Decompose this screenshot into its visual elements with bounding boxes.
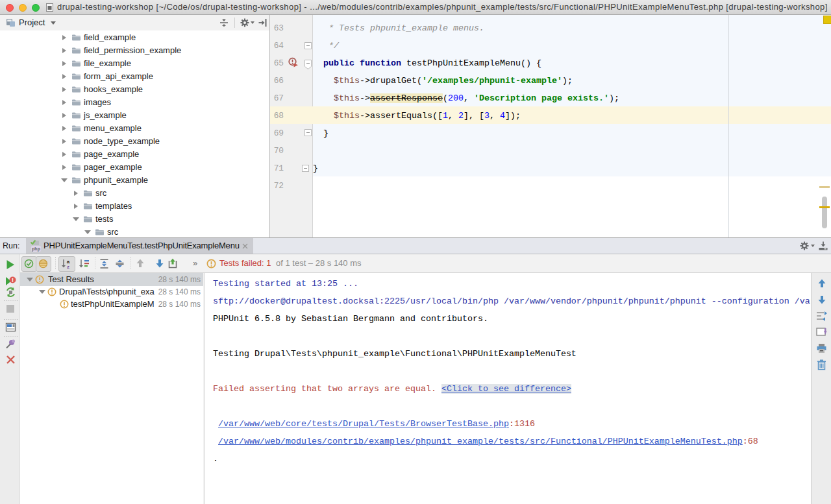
svg-text:!: ! bbox=[12, 277, 14, 283]
svg-text:z: z bbox=[67, 264, 69, 269]
svg-text:php: php bbox=[32, 246, 40, 252]
